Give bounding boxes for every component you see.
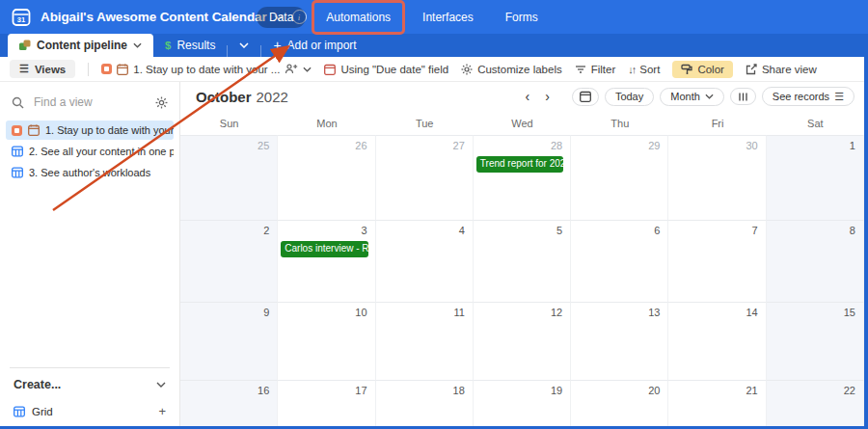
calendar-cell[interactable]: 28Trend report for 2024... <box>474 135 571 220</box>
day-header: Wed <box>474 118 571 129</box>
calendar-cell[interactable]: 15 <box>767 302 864 380</box>
sort-icon: ↓↑ <box>628 64 635 75</box>
views-label: Views <box>35 64 66 75</box>
add-or-import-button[interactable]: + Add or import <box>261 34 367 57</box>
tab-content-pipeline[interactable]: Content pipeline <box>8 34 153 57</box>
year-label: 2022 <box>257 89 288 105</box>
calendar-cell[interactable]: 5 <box>474 220 571 302</box>
see-records-button[interactable]: See records ☰ <box>762 87 854 106</box>
calendar-cell[interactable]: 14 <box>668 302 766 380</box>
sort-button[interactable]: ↓↑ Sort <box>628 64 660 75</box>
calendar-cell[interactable]: 1 <box>767 135 864 220</box>
list-icon: ☰ <box>834 91 844 103</box>
create-grid-view-item[interactable]: Grid + <box>0 399 179 426</box>
date-number: 15 <box>769 305 857 318</box>
today-button[interactable]: Today <box>605 88 654 106</box>
calendar-event[interactable]: Trend report for 2024... <box>476 156 563 173</box>
date-field-label: Using "Due date" field <box>340 64 448 75</box>
calendar-cell[interactable]: 6 <box>571 220 668 302</box>
date-number: 9 <box>182 305 271 318</box>
grid-label: Grid <box>32 406 53 417</box>
calendar-cell[interactable]: 3Carlos interview - Revie... <box>278 220 375 302</box>
calendar-cell[interactable]: 18 <box>376 380 474 426</box>
date-number: 14 <box>670 305 759 318</box>
date-number: 28 <box>475 138 564 151</box>
customize-labels-button[interactable]: Customize labels <box>461 64 562 75</box>
calendar-cell[interactable]: 21 <box>668 380 766 426</box>
filter-label: Filter <box>591 64 616 75</box>
calendar-cell[interactable]: 11 <box>376 302 474 380</box>
tab-label: Results <box>176 39 215 52</box>
date-number: 22 <box>769 383 857 396</box>
day-header: Sun <box>180 118 278 129</box>
topbar-tab-automations[interactable]: Automations <box>314 7 402 28</box>
calendar-cell[interactable]: 4 <box>376 220 474 302</box>
sidebar-view-item[interactable]: 3. See author's workloads <box>6 163 174 182</box>
calendar-field-icon <box>324 64 336 75</box>
date-number: 17 <box>280 383 368 396</box>
chevron-down-icon[interactable] <box>303 67 312 72</box>
date-number: 18 <box>378 383 467 396</box>
calendar-app-icon[interactable]: 31 <box>12 8 31 27</box>
topbar-nav-tabs: DataAutomationsInterfacesForms <box>257 0 550 34</box>
top-bar: 31 Abigail's Awesome Content Calendar i … <box>0 0 868 34</box>
find-view-input[interactable] <box>32 94 148 110</box>
next-month-button[interactable]: › <box>540 88 555 105</box>
create-label: Create... <box>14 378 61 391</box>
table-tabs-bar: Content pipeline $ Results + Add or impo… <box>0 34 868 57</box>
row-settings-button[interactable] <box>730 88 756 105</box>
sidebar-view-item[interactable]: 2. See all your content in one place <box>6 142 174 161</box>
topbar-tab-data[interactable]: Data <box>257 7 306 28</box>
topbar-tab-forms[interactable]: Forms <box>494 7 550 28</box>
chevron-down-icon[interactable] <box>133 42 142 48</box>
range-select[interactable]: Month <box>660 88 724 106</box>
prev-month-button[interactable]: ‹ <box>521 88 535 105</box>
calendar-cell[interactable]: 19 <box>474 380 571 426</box>
view-settings-gear-icon[interactable] <box>155 96 168 109</box>
calendar-cell[interactable]: 29 <box>571 135 668 220</box>
calendar-cell[interactable]: 13 <box>571 302 668 380</box>
sidebar-view-item[interactable]: 1. Stay up to date with your ...✓ <box>6 121 174 140</box>
view-switcher[interactable]: 1. Stay up to date with your ... <box>101 64 312 75</box>
calendar-cell[interactable]: 17 <box>278 380 375 426</box>
date-number: 1 <box>769 138 857 151</box>
calendar-event[interactable]: Carlos interview - Revie... <box>281 241 367 257</box>
calendar-cell[interactable]: 8 <box>767 220 864 302</box>
tab-results[interactable]: $ Results <box>153 34 227 57</box>
filter-button[interactable]: Filter <box>575 64 616 75</box>
search-icon <box>12 96 24 109</box>
view-toolbar: ☰ Views 1. Stay up to date with your ...… <box>0 57 864 82</box>
color-button[interactable]: Color <box>672 61 732 78</box>
date-field-button[interactable]: Using "Due date" field <box>324 64 448 75</box>
customize-labels-label: Customize labels <box>477 64 562 75</box>
today-label: Today <box>615 91 643 102</box>
date-number: 2 <box>182 223 271 236</box>
add-label: Add or import <box>287 39 357 52</box>
calendar-cell[interactable]: 10 <box>278 302 375 380</box>
share-view-button[interactable]: Share view <box>746 64 817 75</box>
calendar-cell[interactable]: 30 <box>668 135 766 220</box>
calendar-month-title: October2022 <box>196 89 288 105</box>
plus-icon[interactable]: + <box>158 404 166 418</box>
table-list-chevron[interactable] <box>228 34 260 57</box>
topbar-tab-interfaces[interactable]: Interfaces <box>411 7 485 28</box>
personal-view-icon <box>12 125 22 136</box>
calendar-cell[interactable]: 16 <box>180 380 278 426</box>
calendar-cell[interactable]: 22 <box>767 380 864 426</box>
calendar-cell[interactable]: 27 <box>376 135 474 220</box>
calendar-cell[interactable]: 12 <box>474 302 571 380</box>
date-number: 10 <box>280 305 368 318</box>
calendar-cell[interactable]: 26 <box>278 135 375 220</box>
calendar-cell[interactable]: 9 <box>180 302 278 380</box>
calendar-cell[interactable]: 7 <box>668 220 766 302</box>
calendar-cell[interactable]: 25 <box>180 135 278 220</box>
calendar-cell[interactable]: 2 <box>180 220 278 302</box>
calendar-controls: ‹ › Today Month <box>521 87 854 106</box>
collaborators-icon[interactable] <box>285 64 298 74</box>
date-number: 13 <box>573 305 662 318</box>
day-header: Mon <box>278 118 375 129</box>
calendar-cell[interactable]: 20 <box>571 380 668 426</box>
create-section-toggle[interactable]: Create... <box>10 367 170 399</box>
views-button[interactable]: ☰ Views <box>10 60 75 78</box>
jump-to-date-button[interactable] <box>572 88 599 106</box>
